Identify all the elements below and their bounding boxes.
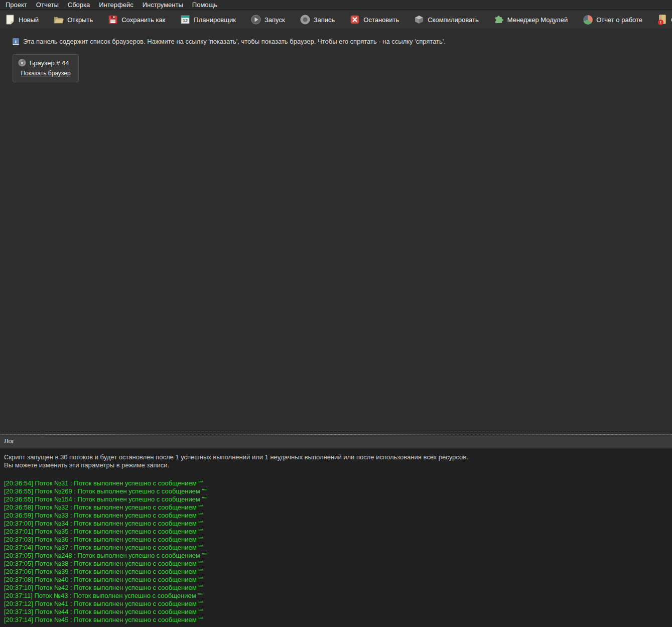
toolbar-button-compile[interactable]: Скомпилировать bbox=[414, 15, 478, 25]
log-summary-line: Вы можете изменить эти параметры в режим… bbox=[4, 461, 668, 469]
record-icon bbox=[300, 15, 310, 25]
log-entry: [20:36:55] Поток №154 : Поток выполнен у… bbox=[4, 495, 668, 504]
browser-card: Браузер # 44 Показать браузер bbox=[13, 54, 79, 82]
log-entry: [20:36:55] Поток №269 : Поток выполнен у… bbox=[4, 487, 668, 495]
menu-reports[interactable]: Отчеты bbox=[32, 0, 63, 10]
resource-report-icon bbox=[657, 15, 667, 25]
menu-interface[interactable]: Интерфейс bbox=[94, 0, 138, 10]
toolbar-label: Запись bbox=[314, 16, 335, 24]
log-entry: [20:37:03] Поток №36 : Поток выполнен ус… bbox=[4, 536, 668, 544]
log-summary-line: Скрипт запущен в 30 потоков и будет оста… bbox=[4, 453, 668, 461]
toolbar-label: Скомпилировать bbox=[428, 16, 478, 24]
log-entry: [20:37:10] Поток №42 : Поток выполнен ус… bbox=[4, 584, 668, 592]
log-entry: [20:36:59] Поток №33 : Поток выполнен ус… bbox=[4, 512, 668, 520]
toolbar-button-record[interactable]: Запись bbox=[300, 15, 335, 25]
log-entry: [20:36:58] Поток №32 : Поток выполнен ус… bbox=[4, 504, 668, 512]
toolbar-button-resource-report[interactable]: Отчет о ресурсах bbox=[657, 15, 672, 25]
menu-bar: Проект Отчеты Сборка Интерфейс Инструмен… bbox=[0, 0, 672, 10]
panel-info-row: Эта панель содержит список браузеров. На… bbox=[13, 38, 446, 45]
log-entry: [20:36:54] Поток №31 : Поток выполнен ус… bbox=[4, 479, 668, 487]
menu-tools[interactable]: Инструменты bbox=[138, 0, 188, 10]
toolbar-button-scheduler[interactable]: 12 Планировщик bbox=[180, 15, 236, 25]
toolbar-label: Остановить bbox=[363, 16, 399, 24]
save-floppy-icon bbox=[108, 15, 118, 25]
toolbar-button-open[interactable]: Открыть bbox=[54, 15, 93, 25]
log-entries: [20:36:54] Поток №31 : Поток выполнен ус… bbox=[4, 479, 668, 624]
new-file-icon bbox=[5, 15, 15, 25]
scheduler-calendar-icon: 12 bbox=[180, 15, 190, 25]
toolbar-label: Сохранить как bbox=[121, 16, 165, 24]
toolbar: Новый Открыть Сохранить как bbox=[0, 11, 672, 29]
log-panel-header: Лог bbox=[0, 435, 672, 448]
toolbar-label: Менеджер Модулей bbox=[507, 16, 568, 24]
log-entry: [20:37:05] Поток №248 : Поток выполнен у… bbox=[4, 552, 668, 560]
toolbar-button-new[interactable]: Новый bbox=[5, 15, 39, 25]
chrome-browser-icon bbox=[18, 59, 26, 67]
menu-build[interactable]: Сборка bbox=[63, 0, 95, 10]
log-panel-title: Лог bbox=[4, 437, 15, 445]
toolbar-label: Отчет о работе bbox=[596, 16, 642, 24]
toolbar-label: Новый bbox=[19, 16, 39, 24]
run-icon bbox=[251, 15, 261, 25]
menu-help[interactable]: Помощь bbox=[188, 0, 222, 10]
alert-badge-icon bbox=[658, 20, 663, 25]
log-entry: [20:37:05] Поток №38 : Поток выполнен ус… bbox=[4, 560, 668, 568]
stop-icon bbox=[350, 15, 360, 25]
panel-info-text: Эта панель содержит список браузеров. На… bbox=[23, 38, 446, 45]
info-icon bbox=[13, 38, 19, 45]
browser-card-title: Браузер # 44 bbox=[30, 59, 69, 67]
toolbar-button-work-report[interactable]: Отчет о работе bbox=[583, 15, 642, 25]
toolbar-button-module-manager[interactable]: Менеджер Модулей bbox=[494, 15, 568, 25]
toolbar-button-run[interactable]: Запуск bbox=[251, 15, 285, 25]
log-entry: [20:37:08] Поток №40 : Поток выполнен ус… bbox=[4, 576, 668, 584]
toolbar-button-stop[interactable]: Остановить bbox=[350, 15, 399, 25]
work-report-pie-icon bbox=[583, 15, 593, 25]
toolbar-label: Планировщик bbox=[194, 16, 236, 24]
open-folder-icon bbox=[54, 15, 64, 25]
log-entry: [20:37:04] Поток №37 : Поток выполнен ус… bbox=[4, 544, 668, 552]
browser-list-panel: Эта панель содержит список браузеров. На… bbox=[0, 30, 672, 432]
menu-project[interactable]: Проект bbox=[1, 0, 32, 10]
toolbar-button-save-as[interactable]: Сохранить как bbox=[108, 15, 165, 25]
log-entry: [20:37:01] Поток №35 : Поток выполнен ус… bbox=[4, 528, 668, 536]
svg-text:12: 12 bbox=[183, 18, 188, 23]
compile-cube-icon bbox=[414, 15, 424, 25]
log-entry: [20:37:14] Поток №45 : Поток выполнен ус… bbox=[4, 616, 668, 624]
log-entry: [20:37:00] Поток №34 : Поток выполнен ус… bbox=[4, 520, 668, 528]
log-entry: [20:37:06] Поток №39 : Поток выполнен ус… bbox=[4, 568, 668, 576]
toolbar-label: Открыть bbox=[67, 16, 93, 24]
toolbar-label: Запуск bbox=[264, 16, 285, 24]
log-entry: [20:37:12] Поток №41 : Поток выполнен ус… bbox=[4, 600, 668, 608]
log-output: Скрипт запущен в 30 потоков и будет оста… bbox=[0, 449, 672, 627]
log-entry: [20:37:13] Поток №44 : Поток выполнен ус… bbox=[4, 608, 668, 616]
modules-puzzle-icon bbox=[494, 15, 504, 25]
log-entry: [20:37:11] Поток №43 : Поток выполнен ус… bbox=[4, 592, 668, 600]
show-browser-link[interactable]: Показать браузер bbox=[13, 70, 78, 77]
